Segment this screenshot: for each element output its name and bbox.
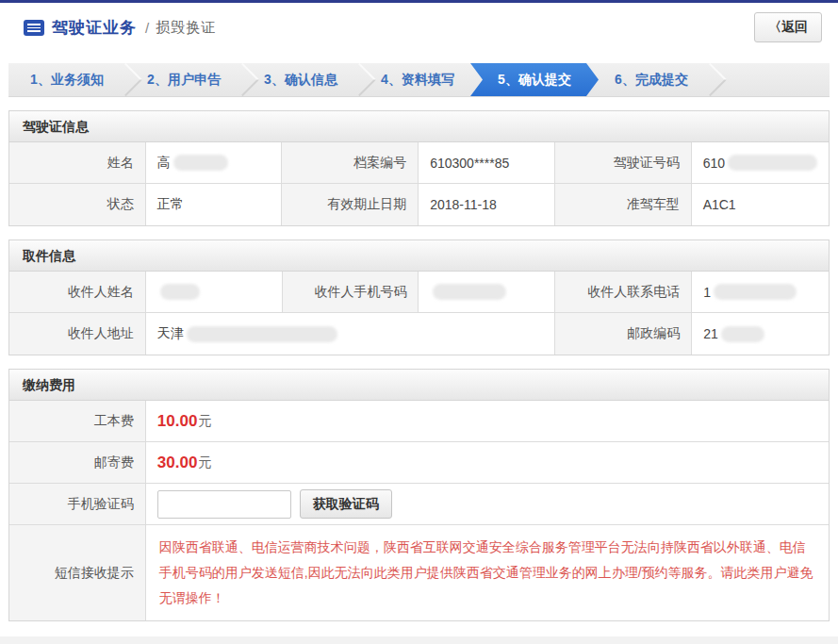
get-sms-code-button[interactable]: 获取验证码 — [300, 489, 392, 519]
sms-code-field: 获取验证码 — [146, 484, 829, 525]
step-wizard: 1、业务须知 2、用户申告 3、确认信息 4、资料填写 5、确认提交 6、完成提… — [8, 63, 830, 97]
step-6-complete-submit: 6、完成提交 — [593, 63, 710, 96]
postcode-value: 21 — [692, 313, 829, 355]
sms-code-input[interactable] — [157, 490, 291, 519]
step-label: 5、确认提交 — [498, 72, 571, 89]
step-3-confirm-info: 3、确认信息 — [242, 63, 359, 96]
file-no-value: 610300****85 — [419, 142, 555, 184]
license-no-label: 驾驶证号码 — [555, 142, 692, 184]
postage-fee-value: 30.00 元 — [146, 442, 829, 484]
production-fee-label: 工本费 — [9, 401, 146, 442]
name-text: 高 — [157, 155, 171, 172]
postage-fee-label: 邮寄费 — [9, 442, 146, 484]
recipient-address-text: 天津 — [157, 325, 184, 342]
redacted-value — [714, 284, 797, 300]
step-2-user-declaration: 2、用户申告 — [125, 63, 242, 96]
page: 驾驶证业务 / 损毁换证 〈返回 1、业务须知 2、用户申告 3、确认信息 4、… — [0, 0, 838, 636]
sms-notice-label: 短信接收提示 — [9, 525, 146, 620]
name-label: 姓名 — [9, 142, 146, 184]
vehicle-type-label: 准驾车型 — [555, 184, 692, 225]
status-label: 状态 — [9, 184, 146, 225]
sms-notice-text: 因陕西省联通、电信运营商技术问题，陕西省互联网交通安全综合服务管理平台无法向持陕… — [159, 535, 815, 611]
recipient-address-value: 天津 — [146, 313, 556, 355]
recipient-name-value — [146, 272, 283, 313]
back-button[interactable]: 〈返回 — [754, 12, 822, 42]
recipient-phone-value: 1 — [692, 272, 829, 313]
currency-unit: 元 — [198, 413, 211, 430]
redacted-value — [433, 284, 506, 300]
license-section-title: 驾驶证信息 — [9, 111, 829, 142]
fees-section-title: 缴纳费用 — [9, 370, 829, 401]
vehicle-type-value: A1C1 — [692, 184, 829, 225]
breadcrumb-current: 损毁换证 — [156, 19, 216, 37]
postage-fee-amount: 30.00 — [157, 454, 198, 472]
recipient-mobile-value — [419, 272, 555, 313]
pickup-info-section: 取件信息 收件人姓名 收件人手机号码 收件人联系电话 1 收件人地址 天津 — [8, 239, 830, 355]
page-title: 驾驶证业务 — [52, 17, 137, 39]
redacted-value — [721, 326, 764, 342]
fees-section: 缴纳费用 工本费 10.00 元 邮寄费 30.00 元 手机验证码 获取验证码… — [8, 369, 830, 621]
file-no-label: 档案编号 — [282, 142, 419, 184]
license-info-section: 驾驶证信息 姓名 高 档案编号 610300****85 驾驶证号码 610 状… — [8, 110, 830, 226]
redacted-value — [187, 326, 337, 342]
status-value: 正常 — [146, 184, 283, 225]
step-5-confirm-submit-active: 5、确认提交 — [470, 63, 599, 96]
page-header: 驾驶证业务 / 损毁换证 〈返回 — [8, 3, 830, 52]
license-no-value: 610 — [692, 142, 829, 184]
license-menu-icon — [24, 20, 44, 36]
redacted-value — [173, 155, 228, 171]
step-label: 4、资料填写 — [381, 72, 454, 89]
production-fee-amount: 10.00 — [157, 412, 198, 431]
recipient-phone-text: 1 — [703, 285, 711, 300]
recipient-address-label: 收件人地址 — [9, 313, 146, 355]
step-bar-filler — [710, 63, 830, 96]
name-value: 高 — [146, 142, 283, 184]
step-1-business-notice: 1、业务须知 — [8, 63, 125, 96]
production-fee-value: 10.00 元 — [146, 401, 829, 442]
pickup-section-title: 取件信息 — [9, 240, 829, 272]
redacted-value — [160, 284, 200, 300]
breadcrumb-divider: / — [145, 20, 149, 36]
step-4-fill-data: 4、资料填写 — [359, 63, 476, 96]
step-label: 3、确认信息 — [264, 72, 337, 89]
license-no-text: 610 — [703, 156, 725, 171]
redacted-value — [728, 155, 817, 171]
recipient-mobile-label: 收件人手机号码 — [283, 272, 419, 313]
valid-until-label: 有效期止日期 — [282, 184, 419, 225]
postcode-label: 邮政编码 — [555, 313, 692, 355]
step-label: 2、用户申告 — [147, 72, 221, 89]
postcode-text: 21 — [703, 326, 718, 341]
recipient-name-label: 收件人姓名 — [9, 272, 146, 313]
currency-unit: 元 — [198, 454, 211, 471]
step-label: 1、业务须知 — [30, 72, 104, 89]
recipient-phone-label: 收件人联系电话 — [555, 272, 692, 313]
sms-code-label: 手机验证码 — [9, 484, 146, 525]
sms-notice-cell: 因陕西省联通、电信运营商技术问题，陕西省互联网交通安全综合服务管理平台无法向持陕… — [146, 525, 829, 620]
valid-until-value: 2018-11-18 — [419, 184, 555, 225]
step-label: 6、完成提交 — [615, 72, 688, 89]
